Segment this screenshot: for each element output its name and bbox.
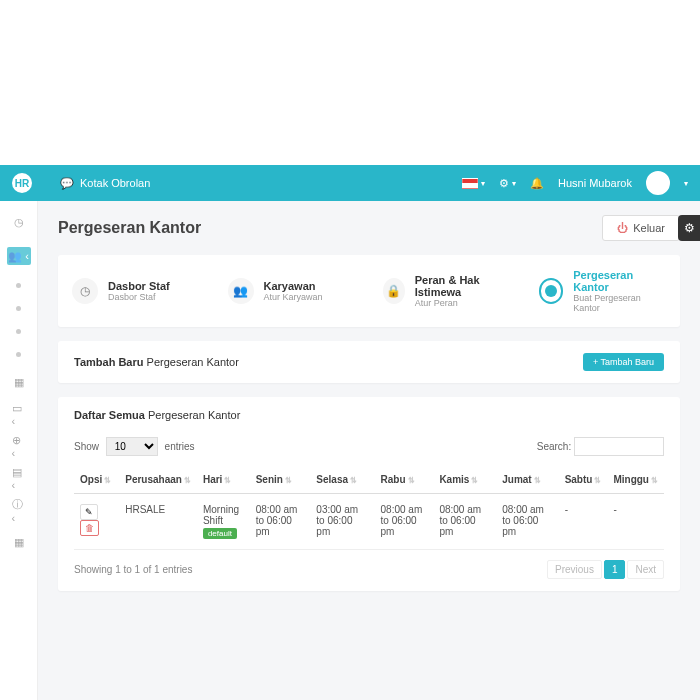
sort-icon: ⇅ (534, 476, 541, 485)
add-panel-title: Tambah Baru Pergeseran Kantor (74, 356, 239, 368)
sort-icon: ⇅ (104, 476, 111, 485)
pencil-icon: ✎ (85, 507, 93, 517)
user-dropdown[interactable]: ▾ (684, 179, 688, 188)
nav-calc-icon[interactable]: ▦ (12, 375, 26, 389)
chat-label: Kotak Obrolan (80, 177, 150, 189)
flag-icon (462, 178, 478, 189)
top-header: HR 💬 Kotak Obrolan ▾ ⚙▾ 🔔 Husni Mubarok … (0, 165, 700, 201)
col-opsi[interactable]: Opsi⇅ (74, 466, 119, 494)
power-icon: ⏻ (617, 222, 628, 234)
gear-icon: ⚙ (499, 177, 509, 190)
sort-icon: ⇅ (594, 476, 601, 485)
cell-perusahaan: HRSALE (119, 494, 197, 550)
breadcrumb-cards: ◷ Dasbor StafDasbor Staf 👥 KaryawanAtur … (58, 255, 680, 327)
search-control: Search: (537, 437, 664, 456)
nav-doc-icon[interactable]: ▤ ‹ (12, 471, 26, 485)
nav-dot-4[interactable] (16, 352, 21, 357)
nav-users-icon[interactable]: 👥 ‹ (7, 247, 31, 265)
page-title: Pergeseran Kantor (58, 219, 201, 237)
sort-icon: ⇅ (651, 476, 658, 485)
breadcrumb-dashboard[interactable]: ◷ Dasbor StafDasbor Staf (72, 278, 200, 304)
nav-dot-2[interactable] (16, 306, 21, 311)
col-perusahaan[interactable]: Perusahaan⇅ (119, 466, 197, 494)
settings-dropdown[interactable]: ⚙▾ (499, 177, 516, 190)
cell-selasa: 03:00 am to 06:00 pm (310, 494, 374, 550)
nav-clock-icon[interactable]: ◷ (12, 215, 26, 229)
add-panel: Tambah Baru Pergeseran Kantor + Tambah B… (58, 341, 680, 383)
clock-icon: ◷ (72, 278, 98, 304)
flag-dropdown[interactable]: ▾ (462, 178, 485, 189)
cell-rabu: 08:00 am to 06:00 pm (375, 494, 434, 550)
add-new-button[interactable]: + Tambah Baru (583, 353, 664, 371)
sort-icon: ⇅ (285, 476, 292, 485)
cell-jumat: 08:00 am to 06:00 pm (496, 494, 558, 550)
delete-row-button[interactable]: 🗑 (80, 520, 99, 536)
nav-dot-1[interactable] (16, 283, 21, 288)
page-size-control: Show 10 entries (74, 437, 195, 456)
list-title: Daftar Semua Pergeseran Kantor (74, 409, 664, 421)
col-sabtu[interactable]: Sabtu⇅ (559, 466, 608, 494)
breadcrumb-roles[interactable]: 🔒 Peran & Hak IstimewaAtur Peran (383, 274, 511, 308)
page-size-select[interactable]: 10 (106, 437, 158, 456)
avatar[interactable] (646, 171, 670, 195)
next-page[interactable]: Next (627, 560, 664, 579)
table-row: ✎🗑 HRSALE Morning Shiftdefault 08:00 am … (74, 494, 664, 550)
shift-table: Opsi⇅ Perusahaan⇅ Hari⇅ Senin⇅ Selasa⇅ R… (74, 466, 664, 550)
table-info: Showing 1 to 1 of 1 entries (74, 564, 192, 575)
col-jumat[interactable]: Jumat⇅ (496, 466, 558, 494)
sort-icon: ⇅ (350, 476, 357, 485)
chat-link[interactable]: 💬 Kotak Obrolan (60, 177, 150, 190)
breadcrumb-employees[interactable]: 👥 KaryawanAtur Karyawan (228, 278, 356, 304)
prev-page[interactable]: Previous (547, 560, 602, 579)
cell-minggu: - (607, 494, 664, 550)
lock-icon: 🔒 (383, 278, 405, 304)
col-selasa[interactable]: Selasa⇅ (310, 466, 374, 494)
cell-sabtu: - (559, 494, 608, 550)
page-1[interactable]: 1 (604, 560, 626, 579)
col-kamis[interactable]: Kamis⇅ (433, 466, 496, 494)
trash-icon: 🗑 (85, 523, 94, 533)
cell-hari: Morning Shiftdefault (197, 494, 250, 550)
sort-icon: ⇅ (224, 476, 231, 485)
nav-dot-3[interactable] (16, 329, 21, 334)
col-minggu[interactable]: Minggu⇅ (607, 466, 664, 494)
pagination: Previous 1 Next (547, 560, 664, 579)
sort-icon: ⇅ (471, 476, 478, 485)
search-input[interactable] (574, 437, 664, 456)
nav-info-icon[interactable]: ⓘ ‹ (12, 503, 26, 517)
cell-kamis: 08:00 am to 06:00 pm (433, 494, 496, 550)
sidebar: ◷ 👥 ‹ ▦ ▭ ‹ ⊕ ‹ ▤ ‹ ⓘ ‹ ▦ (0, 201, 38, 700)
breadcrumb-shift[interactable]: Pergeseran KantorBuat Pergeseran Kantor (539, 269, 667, 313)
edit-row-button[interactable]: ✎ (80, 504, 98, 520)
app-logo[interactable]: HR (12, 173, 32, 193)
users-icon: 👥 (228, 278, 254, 304)
nav-grid-icon[interactable]: ▦ (12, 535, 26, 549)
bell-icon: 🔔 (530, 177, 544, 189)
target-icon (539, 278, 564, 304)
sort-icon: ⇅ (408, 476, 415, 485)
col-rabu[interactable]: Rabu⇅ (375, 466, 434, 494)
nav-globe-icon[interactable]: ⊕ ‹ (12, 439, 26, 453)
nav-card-icon[interactable]: ▭ ‹ (12, 407, 26, 421)
list-panel: Daftar Semua Pergeseran Kantor Show 10 e… (58, 397, 680, 591)
logout-button[interactable]: ⏻Keluar (602, 215, 680, 241)
default-badge: default (203, 528, 237, 539)
notifications-button[interactable]: 🔔 (530, 177, 544, 190)
chat-icon: 💬 (60, 177, 74, 190)
cell-senin: 08:00 am to 06:00 pm (250, 494, 311, 550)
col-senin[interactable]: Senin⇅ (250, 466, 311, 494)
gear-icon: ⚙ (684, 221, 695, 235)
col-hari[interactable]: Hari⇅ (197, 466, 250, 494)
sort-icon: ⇅ (184, 476, 191, 485)
user-name: Husni Mubarok (558, 177, 632, 189)
theme-settings-button[interactable]: ⚙ (678, 215, 700, 241)
